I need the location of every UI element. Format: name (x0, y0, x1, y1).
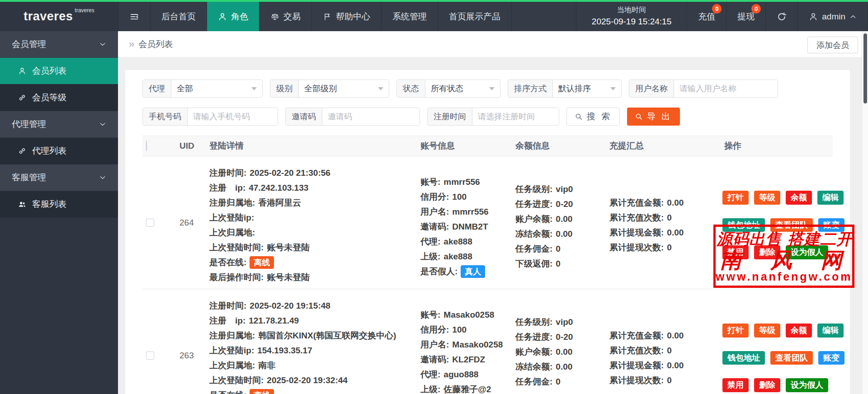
nav-item-homepage-products[interactable]: 首页展示产品 (438, 2, 511, 31)
nav-item-dashboard[interactable]: 后台首页 (150, 2, 207, 31)
caret-down-icon (378, 87, 383, 90)
username-filter: 用户名称 (629, 80, 778, 98)
info-line: 注册 ip:121.78.21.49 (209, 313, 409, 328)
admin-menu[interactable]: admin (797, 2, 868, 31)
column-header-actions: 操作 (712, 140, 833, 152)
nav-item-system[interactable]: 系统管理 (381, 2, 438, 31)
action-button[interactable]: 余额 (786, 191, 812, 205)
info-label: 注册时间: (209, 301, 246, 310)
row-checkbox[interactable] (146, 352, 154, 360)
status-select[interactable]: 状态 所有状态 (396, 80, 500, 98)
sidebar-group-member-management[interactable]: 会员管理 (0, 31, 118, 58)
action-button[interactable]: 编辑 (817, 324, 844, 338)
table-row: 264注册时间:2025-02-20 21:30:56注册 ip:47.242.… (142, 156, 833, 289)
info-label: 累计提现次数: (609, 375, 664, 385)
info-value: 100 (452, 325, 467, 334)
action-button[interactable]: 查看团队 (770, 351, 813, 365)
info-label: 任务进度: (515, 332, 552, 342)
action-button[interactable]: 账变 (818, 351, 844, 365)
action-button[interactable]: 禁用 (722, 378, 749, 392)
info-label: 任务级别: (515, 317, 552, 327)
row-checkbox[interactable] (146, 219, 154, 227)
column-header-uid: UID (168, 141, 198, 151)
withdraw-button[interactable]: 提现 0 (726, 2, 765, 31)
nav-item-help-center[interactable]: 帮助中心 (311, 2, 381, 31)
sidebar-group-service-management[interactable]: 客服管理 (0, 164, 118, 191)
action-button[interactable]: 等级 (754, 324, 780, 338)
sidebar-item-member-level[interactable]: 会员等级 (0, 84, 118, 111)
action-button[interactable]: 余额 (786, 324, 812, 338)
vertical-scrollbar[interactable] (862, 31, 868, 394)
info-label: 注册 ip: (209, 183, 245, 192)
select-all-checkbox[interactable] (146, 141, 147, 151)
local-time-label: 当地时间 (617, 5, 646, 15)
info-line: 冻结余额:0.00 (515, 226, 598, 241)
info-value: mmrr556 (452, 207, 488, 216)
sort-select[interactable]: 排序方式 默认排序 (508, 80, 622, 98)
export-button[interactable]: 导 出 (627, 108, 679, 126)
info-label: 累计充值金额: (609, 331, 664, 340)
info-value: 0 (556, 377, 561, 386)
register-time-input[interactable] (472, 108, 559, 125)
sidebar-item-agent-list[interactable]: 代理列表 (0, 138, 118, 164)
info-value: 2025-02-20 19:15:48 (250, 301, 330, 310)
info-label: 累计充值金额: (609, 198, 664, 207)
info-value: 香港阿里云 (258, 198, 301, 207)
refresh-button[interactable] (765, 2, 797, 31)
scales-icon (270, 12, 279, 21)
info-label: 注册归属地: (209, 331, 255, 340)
link-icon (18, 94, 26, 102)
agent-select-label: 代理 (143, 80, 171, 97)
nav-item-roles[interactable]: 角色 (207, 2, 259, 31)
sidebar-item-service-list[interactable]: 客服列表 (0, 191, 118, 218)
info-label: 邀请码: (420, 355, 449, 364)
invite-code-input[interactable] (322, 108, 420, 125)
row-actions: 打针等级余额编辑钱包地址查看团队账变禁用删除设为假人 (712, 156, 844, 289)
info-value: Masako0258 (452, 340, 503, 349)
action-button[interactable]: 编辑 (817, 191, 844, 205)
column-header-account-info: 账号信息 (409, 140, 504, 152)
info-label: 用户名: (420, 340, 449, 349)
info-label: 累计充值次数: (609, 346, 664, 355)
action-button[interactable]: 打针 (722, 191, 749, 205)
status-badge: 离线 (250, 256, 274, 269)
collapse-sidebar-button[interactable] (118, 2, 150, 31)
recharge-button[interactable]: 充值 0 (687, 2, 726, 31)
action-button[interactable]: 删除 (754, 378, 780, 392)
status-select-value: 所有状态 (431, 83, 463, 94)
sidebar-group-agent-management[interactable]: 代理管理 (0, 111, 118, 138)
action-button[interactable]: 钱包地址 (722, 218, 765, 232)
action-button[interactable]: 设为假人 (786, 245, 828, 259)
info-value: mmrr556 (443, 177, 480, 187)
caret-down-icon (610, 87, 616, 90)
phone-input[interactable] (188, 108, 278, 125)
link-icon (18, 147, 26, 155)
info-value: 0 (667, 375, 672, 385)
action-button[interactable]: 等级 (754, 191, 780, 205)
action-button[interactable]: 删除 (754, 245, 780, 259)
action-button[interactable]: 禁用 (722, 245, 749, 259)
nav-item-transactions[interactable]: 交易 (259, 2, 311, 31)
add-member-button[interactable]: 添加会员 (807, 37, 858, 53)
action-button[interactable]: 打针 (722, 324, 749, 338)
level-select[interactable]: 级别 全部级别 (270, 80, 389, 98)
info-line: 任务佣金:0 (515, 241, 598, 256)
search-button[interactable]: 搜 索 (566, 108, 620, 126)
action-button[interactable]: 查看团队 (770, 218, 813, 232)
username-input[interactable] (674, 80, 778, 97)
breadcrumb-separator-icon: » (129, 38, 134, 50)
info-label: 是否在线: (209, 258, 246, 267)
info-value: 0.00 (667, 331, 684, 340)
info-line: 账号:Masako0258 (420, 307, 504, 322)
search-icon (575, 113, 583, 121)
info-label: 累计充值次数: (609, 213, 664, 222)
recharge-badge: 0 (712, 4, 722, 14)
agent-select[interactable]: 代理 全部 (142, 80, 263, 98)
action-button[interactable]: 设为假人 (786, 378, 828, 392)
action-button[interactable]: 钱包地址 (722, 351, 765, 365)
scrollbar-thumb[interactable] (863, 33, 867, 103)
action-button[interactable]: 账变 (818, 218, 844, 232)
chevron-down-icon (99, 121, 106, 128)
info-line: 注册 ip:47.242.103.133 (209, 180, 409, 195)
sidebar-item-member-list[interactable]: 会员列表 (0, 58, 118, 84)
